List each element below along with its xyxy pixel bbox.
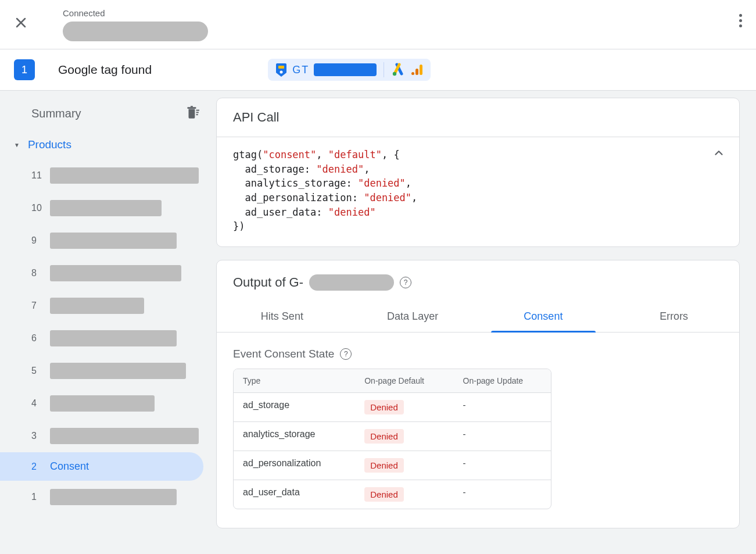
tab-hits-sent[interactable]: Hits Sent <box>217 301 347 332</box>
sidebar: Summary ▼ Products 111098765432Consent1 <box>0 91 216 554</box>
event-item[interactable]: 4 <box>0 387 216 420</box>
event-number: 8 <box>31 268 43 278</box>
redacted-measurement-id <box>309 274 394 291</box>
output-title-prefix: Output of G- <box>233 275 303 290</box>
summary-link[interactable]: Summary <box>31 107 81 120</box>
event-number: 4 <box>31 398 43 409</box>
tab-data-layer[interactable]: Data Layer <box>347 301 478 332</box>
tab-errors[interactable]: Errors <box>608 301 739 332</box>
svg-rect-9 <box>196 112 199 113</box>
svg-rect-10 <box>196 114 198 115</box>
col-onpage-default: On-page Default <box>355 369 453 392</box>
col-type: Type <box>234 369 355 392</box>
event-number: 2 <box>31 462 43 472</box>
table-row: ad_user_dataDenied- <box>234 480 551 509</box>
table-row: analytics_storageDenied- <box>234 422 551 451</box>
redacted-gt-id <box>314 63 377 76</box>
banner-title: Google tag found <box>58 63 152 77</box>
redacted-event-label <box>50 428 199 444</box>
consent-type: ad_user_data <box>234 480 355 509</box>
consent-default: Denied <box>355 480 453 509</box>
google-tag-chip[interactable]: GT <box>268 59 431 81</box>
consent-update: - <box>454 393 551 421</box>
denied-badge: Denied <box>364 458 404 473</box>
redacted-event-label <box>50 200 162 216</box>
redacted-event-label <box>50 363 186 379</box>
event-number: 9 <box>31 235 43 246</box>
google-ads-icon <box>391 63 405 77</box>
table-row: ad_personalizationDenied- <box>234 451 551 480</box>
api-call-title: API Call <box>217 98 739 137</box>
tag-count-badge: 1 <box>14 59 35 80</box>
tab-consent[interactable]: Consent <box>478 301 609 332</box>
svg-rect-3 <box>411 72 414 75</box>
connection-status: Connected <box>63 8 208 18</box>
more-menu-icon[interactable] <box>739 14 742 27</box>
event-item[interactable]: 2Consent <box>0 452 203 481</box>
event-item[interactable]: 3 <box>0 420 216 452</box>
svg-rect-1 <box>278 66 284 69</box>
svg-rect-8 <box>196 110 199 111</box>
consent-update: - <box>454 422 551 451</box>
denied-badge: Denied <box>364 400 404 414</box>
svg-rect-6 <box>187 107 196 109</box>
consent-type: ad_personalization <box>234 451 355 480</box>
consent-type: ad_storage <box>234 393 355 421</box>
consent-default: Denied <box>355 393 453 421</box>
svg-rect-5 <box>420 65 422 75</box>
section-title: Products <box>28 138 71 151</box>
col-onpage-update: On-page Update <box>454 369 551 392</box>
close-icon[interactable] <box>14 15 28 34</box>
event-number: 11 <box>31 170 43 181</box>
redacted-domain <box>63 22 208 41</box>
event-item[interactable]: 6 <box>0 322 216 355</box>
clear-events-icon[interactable] <box>185 105 200 122</box>
event-item[interactable]: 5 <box>0 355 216 387</box>
svg-rect-7 <box>191 106 193 107</box>
tag-banner: 1 Google tag found GT <box>0 49 756 91</box>
redacted-event-label <box>50 233 177 249</box>
redacted-event-label <box>50 298 144 314</box>
consent-default: Denied <box>355 422 453 451</box>
table-row: ad_storageDenied- <box>234 393 551 422</box>
redacted-event-label <box>50 330 177 346</box>
collapse-code-icon[interactable] <box>712 146 725 163</box>
api-call-card: API Call gtag("consent", "default", { ad… <box>216 98 740 247</box>
event-item[interactable]: 9 <box>0 224 216 257</box>
gtag-icon <box>275 62 288 77</box>
consent-type: analytics_storage <box>234 422 355 451</box>
help-icon[interactable]: ? <box>400 277 411 288</box>
google-analytics-icon <box>410 63 424 77</box>
redacted-event-label <box>50 167 199 184</box>
redacted-event-label <box>50 395 155 412</box>
redacted-event-label <box>50 489 177 505</box>
help-icon[interactable]: ? <box>340 348 352 360</box>
event-item[interactable]: 7 <box>0 289 216 322</box>
event-item[interactable]: 8 <box>0 257 216 289</box>
svg-point-2 <box>393 72 396 76</box>
event-number: 1 <box>31 492 43 502</box>
event-number: 6 <box>31 333 43 344</box>
svg-point-0 <box>280 71 283 74</box>
gt-prefix: GT <box>292 64 309 76</box>
output-card: Output of G- ? Hits SentData LayerConsen… <box>216 260 740 528</box>
event-label: Consent <box>50 460 89 473</box>
products-section-toggle[interactable]: ▼ Products <box>0 138 216 159</box>
event-item[interactable]: 10 <box>0 192 216 224</box>
consent-update: - <box>454 480 551 509</box>
event-number: 3 <box>31 431 43 441</box>
event-item[interactable]: 1 <box>0 481 216 513</box>
chevron-down-icon: ▼ <box>14 142 20 148</box>
api-call-code: gtag("consent", "default", { ad_storage:… <box>217 137 739 246</box>
consent-update: - <box>454 451 551 480</box>
event-consent-state-title: Event Consent State <box>233 348 334 360</box>
svg-rect-4 <box>415 69 418 75</box>
event-number: 10 <box>31 203 43 213</box>
denied-badge: Denied <box>364 487 404 502</box>
event-item[interactable]: 11 <box>0 159 216 192</box>
event-number: 7 <box>31 301 43 311</box>
header-bar: Connected <box>0 0 756 49</box>
denied-badge: Denied <box>364 429 404 444</box>
redacted-event-label <box>50 265 181 281</box>
event-number: 5 <box>31 366 43 376</box>
